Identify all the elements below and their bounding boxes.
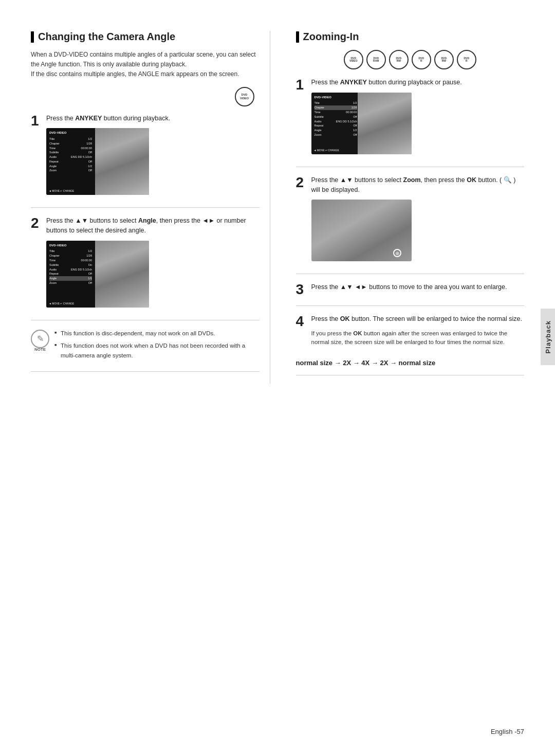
divider-1 xyxy=(31,207,260,208)
dvd-menu-2: DVD-VIDEO Title1/2 Chapter1/28 Time00:00… xyxy=(46,241,149,308)
screen-mockup-1: DVD-VIDEO Title1/2 Chapter1/28 Time00:00… xyxy=(46,128,149,195)
left-column: Changing the Camera Angle When a DVD-VID… xyxy=(31,31,270,384)
dvd-row-highlight: Angle1/1 xyxy=(49,276,92,281)
two-column-layout: Changing the Camera Angle When a DVD-VID… xyxy=(31,31,524,384)
step-1-text: Press the ANYKEY button during playback. xyxy=(46,114,260,123)
dvd-menu-panel-zoom-1: DVD-VIDEO Title1/2 Chapter1/28 Time00:00… xyxy=(311,93,360,154)
right-divider-1 xyxy=(296,167,525,167)
dvd-row: RepeatOff xyxy=(49,272,92,276)
right-divider-2 xyxy=(296,274,525,274)
disc-icon-dvd-video: DVDVIDEO xyxy=(344,50,363,69)
dvd-row: Angle1/2 xyxy=(314,128,357,133)
left-step-2: 2 Press the ▲▼ buttons to select Angle, … xyxy=(31,216,260,312)
dvd-menu-bottom-2: ◄ MOVE ↵ CHANGE xyxy=(49,301,74,305)
step-2-number: 2 xyxy=(31,216,41,230)
left-step-1: 1 Press the ANYKEY button during playbac… xyxy=(31,114,260,200)
screen-mockup-zoom-1: DVD-VIDEO Title1/2 Chapter1/28 Time00:00… xyxy=(311,93,412,154)
step-1-content: Press the ANYKEY button during playback.… xyxy=(46,114,260,200)
dvd-row: RepeatOff xyxy=(314,123,357,128)
right-step-3: 3 Press the ▲▼ ◄► buttons to move to the… xyxy=(296,282,525,297)
camera-angle-title: Changing the Camera Angle xyxy=(38,31,175,43)
right-step-2-content: Press the ▲▼ buttons to select Zoom, the… xyxy=(311,175,525,266)
dvd-row: Chapter1/28 xyxy=(49,141,92,146)
right-step-1: 1 Press the ANYKEY button during playbac… xyxy=(296,78,525,158)
disc-icon-dvd-r: DVDR xyxy=(412,50,431,69)
intro-text: When a DVD-VIDEO contains multiple angle… xyxy=(31,50,260,80)
note-label: NOTE xyxy=(34,347,46,352)
sidebar-label: Playback xyxy=(544,320,552,353)
right-step-1-content: Press the ANYKEY button during playback … xyxy=(311,78,525,158)
right-step-3-text: Press the ▲▼ ◄► buttons to move to the a… xyxy=(311,282,525,292)
dvd-row: AudioENG DD 5.1/2ch xyxy=(49,155,92,159)
page-container: Changing the Camera Angle When a DVD-VID… xyxy=(0,0,555,756)
dvd-menu-title-2: DVD-VIDEO xyxy=(49,243,92,248)
dvd-row: Time00:00:00 xyxy=(49,258,92,263)
footer-page-number: -57 xyxy=(514,728,524,735)
divider-2 xyxy=(31,320,260,320)
dvd-row: Title1/2 xyxy=(49,137,92,141)
right-step-4-number: 4 xyxy=(296,314,306,329)
dvd-row: ZoomOff xyxy=(49,281,92,285)
zoom-circle-icon: ⊕ xyxy=(393,249,401,257)
normal-size-line: normal size → 2X → 4X → 2X → normal size xyxy=(296,359,525,367)
right-step-1-number: 1 xyxy=(296,78,306,92)
screen-birds-zoom xyxy=(358,93,412,154)
right-step-3-number: 3 xyxy=(296,282,306,297)
right-step-4-text: Press the OK button. The screen will be … xyxy=(311,314,525,324)
birds-bg-zoom xyxy=(358,93,412,154)
disc-icon-dvd-ram: DVDRAM xyxy=(366,50,386,69)
disc-icons-row: DVDVIDEO DVDRAM DVDRW DVDR DVDRW DVDR xyxy=(296,50,525,69)
screen-birds xyxy=(95,128,149,195)
birds-background-2 xyxy=(95,241,149,308)
note-item-1: This function is disc-dependent, may not… xyxy=(54,329,260,338)
right-step-2-number: 2 xyxy=(296,175,306,190)
birds-background-1 xyxy=(95,128,149,195)
dvd-menu-zoom-1: DVD-VIDEO Title1/2 Chapter1/28 Time00:00… xyxy=(311,93,412,154)
right-step-2-text: Press the ▲▼ buttons to select Zoom, the… xyxy=(311,175,525,195)
dvd-video-badge: DVDVIDEO xyxy=(235,87,254,106)
disc-icon-dvd-rw-2: DVDRW xyxy=(434,50,454,69)
right-step-4: 4 Press the OK button. The screen will b… xyxy=(296,314,525,351)
step-4-subtext: If you press the OK button again after t… xyxy=(311,329,525,347)
step-2-content: Press the ▲▼ buttons to select Angle, th… xyxy=(46,216,260,312)
disc-icon-dvd-r-2: DVDR xyxy=(457,50,476,69)
dvd-row: Angle1/2 xyxy=(49,164,92,169)
right-section-title: Zooming-In xyxy=(296,31,525,43)
dvd-row: AudioENG DD 5.1/2ch xyxy=(314,119,357,124)
dvd-row: SubtitleOn xyxy=(49,263,92,267)
dvd-row: SubtitleOff xyxy=(49,150,92,155)
dvd-row: Chapter1/28 xyxy=(314,105,357,110)
right-step-4-content: Press the OK button. The screen will be … xyxy=(311,314,525,351)
dvd-row: ZoomOff xyxy=(49,168,92,173)
note-item-2: This function does not work when a DVD h… xyxy=(54,341,260,360)
dvd-row: ZoomOff xyxy=(314,133,357,137)
right-step-2: 2 Press the ▲▼ buttons to select Zoom, t… xyxy=(296,175,525,266)
footer-language: English xyxy=(491,728,513,735)
dvd-row: Title1/2 xyxy=(49,249,92,254)
divider-3 xyxy=(31,371,260,372)
dvd-title-zoom-1: DVD-VIDEO xyxy=(314,95,357,100)
dvd-menu-bottom: ◄ MOVE ↵ CHANGE xyxy=(314,148,339,152)
dvd-menu-panel-2: DVD-VIDEO Title1/2 Chapter1/28 Time00:00… xyxy=(46,241,95,308)
dvd-row: Chapter1/28 xyxy=(49,254,92,258)
dvd-row: Time00:00:00 xyxy=(49,146,92,151)
screen-mockup-zoom-2: ⊕ xyxy=(311,200,412,261)
dvd-menu-bottom-1: ◄ MOVE ↵ CHANGE xyxy=(49,189,74,193)
screen-birds-2 xyxy=(95,241,149,308)
sidebar-playback-tab: Playback xyxy=(541,309,555,365)
note-icon: ✎ xyxy=(31,330,49,348)
left-section-title: Changing the Camera Angle xyxy=(31,31,260,43)
right-divider-3 xyxy=(296,305,525,306)
dvd-row: SubtitleOff xyxy=(314,115,357,119)
step-2-text: Press the ▲▼ buttons to select Angle, th… xyxy=(46,216,260,236)
dvd-row: AudioENG DD 5.1/2ch xyxy=(49,267,92,272)
right-step-3-content: Press the ▲▼ ◄► buttons to move to the a… xyxy=(311,282,525,297)
right-step-1-text: Press the ANYKEY button during playback … xyxy=(311,78,525,87)
step-1-number: 1 xyxy=(31,114,41,128)
disc-icon-dvd-rw-1: DVDRW xyxy=(389,50,409,69)
dvd-menu-panel-1: DVD-VIDEO Title1/2 Chapter1/28 Time00:00… xyxy=(46,128,95,195)
dvd-menu-1: DVD-VIDEO Title1/2 Chapter1/28 Time00:00… xyxy=(46,128,149,195)
note-box: ✎ NOTE This function is disc-dependent, … xyxy=(31,329,260,363)
right-column: Zooming-In DVDVIDEO DVDRAM DVDRW DVDR DV… xyxy=(291,31,525,384)
right-divider-4 xyxy=(296,375,525,375)
